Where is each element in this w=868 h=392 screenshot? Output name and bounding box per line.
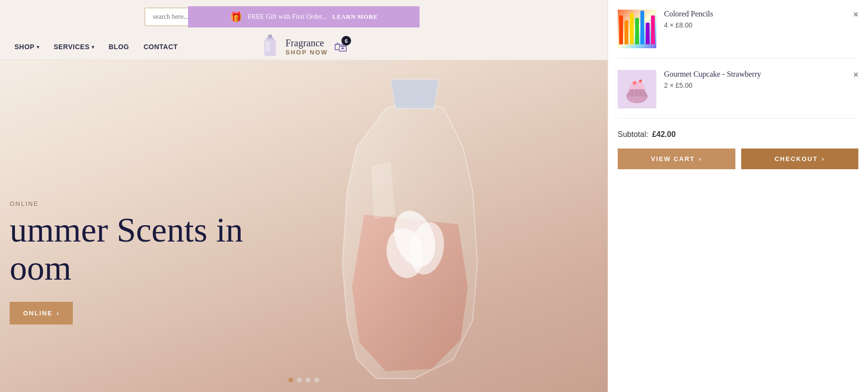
top-bar: 🎁 FREE Gift with First Order... LEARN MO… bbox=[0, 0, 608, 34]
cart-item-info: Gourmet Cupcake - Strawberry 2 × £5.00 bbox=[664, 70, 858, 89]
subtotal-label: Subtotal: bbox=[618, 130, 648, 139]
chevron-down-icon: ▾ bbox=[92, 44, 95, 50]
cart-bag-icon[interactable]: 🛍 6 bbox=[334, 39, 347, 55]
view-cart-label: VIEW CART bbox=[651, 155, 695, 162]
chevron-down-icon: ▾ bbox=[37, 44, 40, 50]
checkout-label: CHECKOUT bbox=[774, 155, 818, 162]
dot-3[interactable] bbox=[306, 378, 311, 382]
arrow-right-icon: › bbox=[56, 310, 59, 317]
hero-content: ONLINE ummer Scents in oom ONLINE › bbox=[10, 200, 243, 324]
nav-services[interactable]: SERVICES ▾ bbox=[54, 43, 94, 51]
learn-more-link[interactable]: LEARN MORE bbox=[332, 13, 378, 21]
fragrance-shop-now-link[interactable]: SHOP NOW bbox=[285, 49, 328, 56]
svg-point-8 bbox=[633, 81, 637, 85]
fragrance-bottle-icon bbox=[261, 35, 281, 59]
gift-icon: 🎁 bbox=[230, 11, 242, 23]
svg-rect-3 bbox=[265, 41, 270, 51]
hero-cta-label: ONLINE bbox=[23, 310, 53, 317]
colored-pencils-image bbox=[618, 10, 656, 48]
cart-actions: VIEW CART › CHECKOUT › bbox=[618, 149, 858, 169]
dot-4[interactable] bbox=[314, 378, 319, 382]
cart-item: Gourmet Cupcake - Strawberry 2 × £5.00 × bbox=[618, 70, 858, 119]
nav-contact[interactable]: CONTACT bbox=[144, 43, 178, 51]
cart-remove-button[interactable]: × bbox=[853, 70, 858, 80]
fragrance-title: Fragrance bbox=[285, 38, 328, 49]
promo-text: FREE Gift with First Order... bbox=[248, 13, 327, 21]
cart-panel: Colored Pencils 4 × £8.00 × bbox=[608, 0, 868, 392]
hero-title: ummer Scents in oom bbox=[10, 211, 243, 287]
cart-item-name: Gourmet Cupcake - Strawberry bbox=[664, 70, 858, 79]
cart-item-qty-price: 4 × £8.00 bbox=[664, 21, 858, 29]
hero-dots bbox=[288, 378, 319, 382]
checkout-button[interactable]: CHECKOUT › bbox=[741, 149, 859, 169]
cart-item-info: Colored Pencils 4 × £8.00 bbox=[664, 10, 858, 29]
cart-item-name: Colored Pencils bbox=[664, 10, 858, 18]
hero-section: ONLINE ummer Scents in oom ONLINE › bbox=[0, 60, 608, 392]
cupcake-image bbox=[618, 70, 656, 108]
hero-title-line2: oom bbox=[10, 249, 243, 287]
hero-title-line1: ummer Scents in bbox=[10, 211, 243, 249]
svg-rect-1 bbox=[266, 38, 274, 40]
dot-1[interactable] bbox=[288, 378, 293, 382]
subtotal-value: £42.00 bbox=[652, 130, 676, 139]
cart-remove-button[interactable]: × bbox=[853, 10, 858, 20]
hero-eyebrow: ONLINE bbox=[10, 200, 243, 207]
cart-badge: 6 bbox=[341, 36, 351, 46]
cart-icon-wrapper: 🛍 6 bbox=[334, 39, 347, 55]
view-cart-button[interactable]: VIEW CART › bbox=[618, 149, 735, 169]
arrow-right-icon: › bbox=[699, 155, 702, 162]
cart-item: Colored Pencils 4 × £8.00 × bbox=[618, 10, 858, 58]
dot-2[interactable] bbox=[297, 378, 302, 382]
subtotal-row: Subtotal: £42.00 bbox=[618, 130, 858, 139]
fragrance-text: Fragrance SHOP NOW bbox=[285, 38, 328, 56]
nav-bar: SHOP ▾ SERVICES ▾ BLOG CONTACT 🛍 6 bbox=[0, 34, 608, 60]
cart-item-qty-price: 2 × £5.00 bbox=[664, 81, 858, 89]
nav-links: SHOP ▾ SERVICES ▾ BLOG CONTACT bbox=[14, 43, 178, 51]
fragrance-promo: Fragrance SHOP NOW bbox=[261, 35, 328, 59]
hero-cta-button[interactable]: ONLINE › bbox=[10, 302, 73, 324]
nav-shop[interactable]: SHOP ▾ bbox=[14, 43, 39, 51]
arrow-right-icon: › bbox=[822, 155, 825, 162]
nav-blog[interactable]: BLOG bbox=[108, 43, 129, 51]
promo-banner: 🎁 FREE Gift with First Order... LEARN MO… bbox=[188, 6, 420, 27]
svg-rect-0 bbox=[268, 35, 272, 38]
svg-point-9 bbox=[639, 80, 642, 82]
